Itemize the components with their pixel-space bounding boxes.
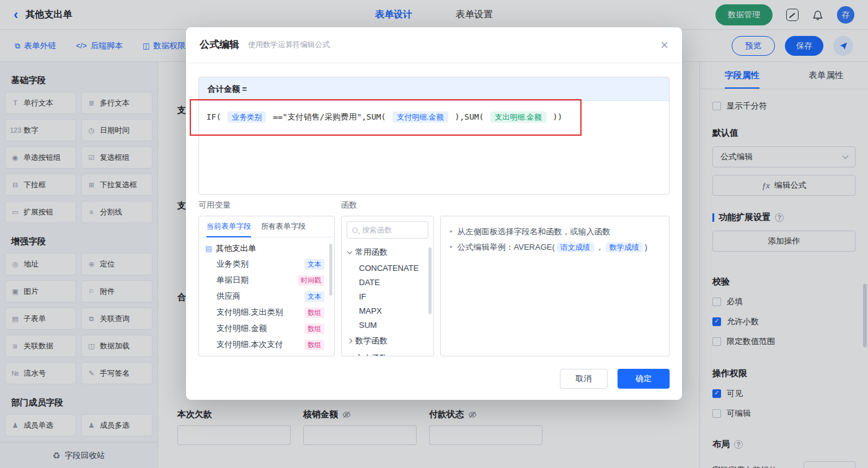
function-item[interactable]: CONCATENATE — [342, 261, 433, 275]
variables-column: 可用变量 当前表单字段 所有表单字段 ▤ 其他支出单 业务类别 — [198, 200, 335, 356]
variable-type-tag: 数组 — [304, 340, 324, 350]
formula-token[interactable]: 支付明细.金额 — [392, 112, 448, 123]
bullet-icon: • — [450, 239, 453, 255]
variable-name: 供应商 — [216, 291, 241, 302]
variable-item[interactable]: 支付明细.支出类别 数组 — [199, 304, 334, 320]
function-list: CONCATENATE DATE IF MAPX SUM — [342, 261, 433, 332]
tab-all-form-fields[interactable]: 所有表单字段 — [261, 216, 306, 237]
variable-item[interactable]: 业务类别 文本 — [199, 256, 334, 272]
chevron-right-icon — [347, 338, 352, 343]
confirm-button[interactable]: 确定 — [618, 369, 670, 389]
modal-footer: 取消 确定 — [560, 369, 670, 389]
functions-title: 函数 — [341, 200, 434, 213]
variable-item[interactable]: 供应商 文本 — [199, 288, 334, 304]
tip-text-2: 公式编辑举例：AVERAGE(语文成绩，数学成绩) — [458, 239, 648, 255]
tip-line-1: • 从左侧面板选择字段名和函数，或输入函数 — [450, 224, 660, 239]
document-icon: ▤ — [205, 244, 212, 253]
tips-spacer — [440, 200, 670, 213]
variable-name: 支付明细.金额 — [216, 323, 267, 334]
variable-name: 支付明细.支出类别 — [216, 307, 283, 318]
bullet-icon: • — [450, 224, 453, 239]
modal-header: 公式编辑 使用数学运算符编辑公式 × — [186, 27, 682, 63]
variable-name: 支付明细.本次支付 — [216, 339, 283, 350]
tip-example-field: 数学成绩 — [606, 242, 643, 252]
chevron-right-icon — [347, 356, 352, 356]
variables-tabs: 当前表单字段 所有表单字段 — [199, 216, 334, 237]
variable-type-tag: 数组 — [304, 324, 324, 334]
function-search-placeholder: 搜索函数 — [362, 225, 392, 236]
formula-token[interactable]: =="支付销售/采购费用",SUM( — [273, 112, 386, 121]
formula-token[interactable]: )) — [552, 112, 562, 121]
variable-item[interactable]: 支付明细.本次支付 数组 — [199, 337, 334, 353]
variable-name: 业务类别 — [216, 258, 249, 270]
cancel-button[interactable]: 取消 — [560, 369, 608, 389]
search-icon — [352, 227, 358, 233]
formula-token[interactable]: ),SUM( — [454, 112, 484, 121]
variable-type-tag: 文本 — [304, 291, 324, 302]
tip-example-separator: ， — [596, 242, 604, 252]
variable-type-tag: 时间戳 — [298, 275, 324, 286]
modal-subtitle: 使用数学运算符编辑公式 — [248, 40, 330, 50]
variable-item[interactable]: 支付明细.金额 数组 — [199, 320, 334, 337]
tip-example-suffix: ) — [645, 242, 647, 252]
variable-type-tag: 文本 — [304, 259, 324, 270]
tip-text-1: 从左侧面板选择字段名和函数，或输入函数 — [458, 224, 611, 239]
tip-example-prefix: 公式编辑举例：AVERAGE( — [458, 242, 555, 252]
tips-column: • 从左侧面板选择字段名和函数，或输入函数 • 公式编辑举例：AVERAGE(语… — [440, 200, 670, 356]
formula-token[interactable]: IF( — [206, 112, 221, 121]
variable-type-tag: 数组 — [304, 307, 324, 318]
variables-list: 业务类别 文本 单据日期 时间戳 供应商 文本 — [199, 256, 334, 353]
function-group-label: 数学函数 — [355, 335, 388, 347]
variable-item[interactable]: 单据日期 时间戳 — [199, 272, 334, 288]
variable-name: 单据日期 — [216, 275, 249, 286]
formula-edit-modal: 公式编辑 使用数学运算符编辑公式 × 合计金额 = IF( 业务类别 =="支付… — [186, 27, 682, 400]
function-group-label: 常用函数 — [355, 247, 388, 258]
tab-current-form-fields[interactable]: 当前表单字段 — [206, 216, 251, 237]
functions-column: 函数 搜索函数 常用函数 CONCATENATE — [341, 200, 434, 356]
functions-panel: 搜索函数 常用函数 CONCATENATE DATE IF — [341, 216, 434, 356]
functions-scrollbar[interactable] — [428, 247, 432, 314]
formula-token[interactable]: 业务类别 — [228, 112, 266, 123]
variables-panel: 当前表单字段 所有表单字段 ▤ 其他支出单 业务类别 文本 — [198, 216, 335, 356]
tips-body: • 从左侧面板选择字段名和函数，或输入函数 • 公式编辑举例：AVERAGE(语… — [441, 216, 669, 263]
variables-scrollbar[interactable] — [329, 244, 332, 296]
formula-editor: 合计金额 = IF( 业务类别 =="支付销售/采购费用",SUM( 支付明细.… — [198, 77, 670, 195]
function-item[interactable]: IF — [342, 289, 433, 304]
function-group-math[interactable]: 数学函数 — [342, 332, 433, 350]
formula-input-area[interactable]: IF( 业务类别 =="支付销售/采购费用",SUM( 支付明细.金额 ),SU… — [199, 101, 669, 133]
tips-panel: • 从左侧面板选择字段名和函数，或输入函数 • 公式编辑举例：AVERAGE(语… — [440, 216, 670, 356]
function-group-common[interactable]: 常用函数 — [342, 244, 433, 261]
function-item[interactable]: DATE — [342, 275, 433, 289]
variables-title: 可用变量 — [198, 200, 335, 213]
modal-title: 公式编辑 — [200, 38, 239, 51]
function-group-text[interactable]: 文本函数 — [342, 350, 433, 356]
formula-token[interactable]: 支出明细.金额 — [490, 112, 546, 123]
tip-line-2: • 公式编辑举例：AVERAGE(语文成绩，数学成绩) — [450, 239, 660, 255]
close-icon[interactable]: × — [660, 38, 668, 52]
function-item[interactable]: MAPX — [342, 304, 433, 318]
variables-root-label: 其他支出单 — [216, 243, 256, 254]
tip-example-field: 语文成绩 — [557, 242, 594, 252]
app-window: ‹ 其他支出单 表单设计 表单设置 数据管理 存 ⧉ 表单外链 — [0, 0, 868, 468]
function-group-label: 文本函数 — [355, 353, 388, 356]
formula-target-field: 合计金额 = — [199, 77, 669, 101]
chevron-down-icon — [347, 249, 352, 254]
function-item[interactable]: SUM — [342, 318, 433, 332]
function-search-input[interactable]: 搜索函数 — [347, 221, 428, 239]
modal-columns: 可用变量 当前表单字段 所有表单字段 ▤ 其他支出单 业务类别 — [198, 200, 670, 356]
variables-root-node[interactable]: ▤ 其他支出单 — [199, 237, 334, 256]
